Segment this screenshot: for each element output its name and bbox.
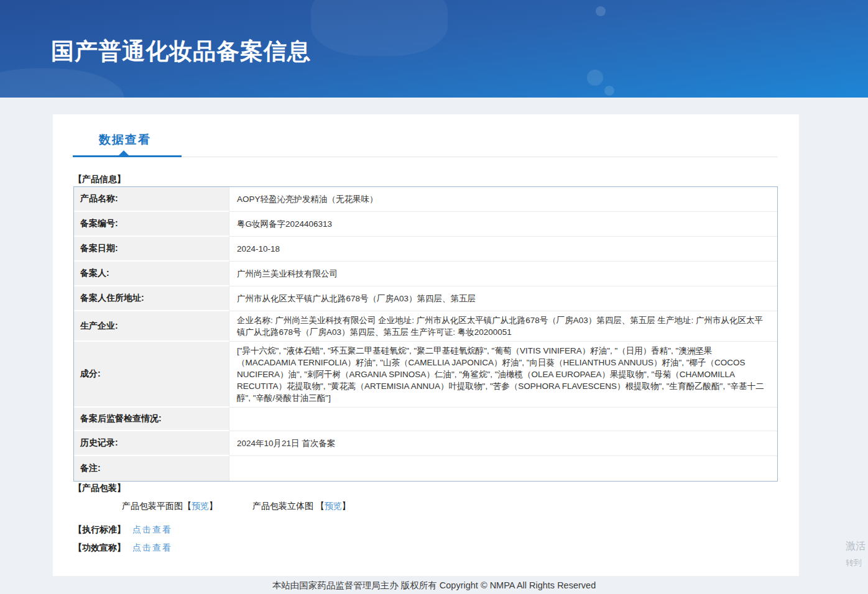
efficacy-click-view-link[interactable]: 点击查看 [132, 542, 172, 552]
packaging-flat-item: 产品包装平面图【预览】 [122, 501, 218, 512]
packaging-stereo-label: 产品包装立体图 [252, 501, 316, 511]
row-label: 备案日期: [74, 237, 229, 262]
row-label: 生产企业: [74, 311, 229, 342]
decor-bubble [587, 70, 603, 86]
row-label: 备案后监督检查情况: [74, 408, 229, 431]
row-value [229, 408, 777, 431]
bracket-open: 【 [316, 501, 325, 511]
tab-data-view[interactable]: 数据查看 [99, 132, 151, 148]
table-row: 备案后监督检查情况: [74, 408, 777, 431]
row-value [229, 456, 777, 481]
page-title: 国产普通化妆品备案信息 [51, 36, 311, 67]
row-label: 历史记录: [74, 431, 229, 456]
standard-click-view-link[interactable]: 点击查看 [132, 524, 172, 534]
packaging-flat-preview-link[interactable]: 预览 [192, 501, 209, 511]
windows-activation-watermark: 激活 转到 [846, 540, 866, 569]
efficacy-row: 【功效宣称】 点击查看 [73, 542, 172, 554]
row-value: 2024年10月21日 首次备案 [229, 431, 777, 456]
page-header-banner: 国产普通化妆品备案信息 [0, 0, 868, 98]
table-row: 备案编号: 粤G妆网备字2024406313 [74, 212, 777, 237]
row-value: 企业名称: 广州尚兰美业科技有限公司 企业地址: 广州市从化区太平镇广从北路67… [229, 311, 777, 342]
decor-bubble [0, 68, 124, 98]
watermark-line2: 转到 [846, 557, 866, 569]
bracket-open: 【 [183, 501, 192, 511]
bracket-close: 】 [342, 501, 351, 511]
row-value: 广州市从化区太平镇广从北路678号（厂房A03）第四层、第五层 [229, 286, 777, 311]
footer-copyright: 本站由国家药品监督管理局主办 版权所有 Copyright © NMPA All… [0, 580, 868, 592]
table-row: 备案人住所地址: 广州市从化区太平镇广从北路678号（厂房A03）第四层、第五层 [74, 286, 777, 311]
tab-caret-icon [118, 150, 129, 156]
row-label: 备注: [74, 456, 229, 481]
table-row: 生产企业: 企业名称: 广州尚兰美业科技有限公司 企业地址: 广州市从化区太平镇… [74, 311, 777, 342]
row-label: 备案人: [74, 262, 229, 286]
packaging-stereo-item: 产品包装立体图 【预览】 [252, 501, 351, 512]
row-label: 备案编号: [74, 212, 229, 237]
row-value: 2024-10-18 [229, 237, 777, 262]
packaging-stereo-preview-link[interactable]: 预览 [325, 501, 342, 511]
row-value: AOPY轻盈沁亮护发精油（无花果味） [229, 187, 777, 212]
row-value: 广州尚兰美业科技有限公司 [229, 262, 777, 286]
watermark-line1: 激活 [846, 540, 866, 553]
section-product-info-heading: 【产品信息】 [73, 174, 126, 185]
table-row: 成分: ["异十六烷", "液体石蜡", "环五聚二甲基硅氧烷", "聚二甲基硅… [74, 342, 777, 408]
row-value: 粤G妆网备字2024406313 [229, 212, 777, 237]
table-row: 备案日期: 2024-10-18 [74, 237, 777, 262]
decor-bubble [596, 6, 606, 16]
section-efficacy-heading: 【功效宣称】 [73, 542, 126, 552]
row-value: ["异十六烷", "液体石蜡", "环五聚二甲基硅氧烷", "聚二甲基硅氧烷醇"… [229, 342, 777, 408]
table-row: 备案人: 广州尚兰美业科技有限公司 [74, 262, 777, 286]
packaging-links-row: 产品包装平面图【预览】 产品包装立体图 【预览】 [122, 501, 351, 512]
section-packaging-heading: 【产品包装】 [73, 483, 126, 494]
content-card: 数据查看 【产品信息】 产品名称: AOPY轻盈沁亮护发精油（无花果味） 备案编… [53, 114, 799, 576]
table-row: 历史记录: 2024年10月21日 首次备案 [74, 431, 777, 456]
product-info-table: 产品名称: AOPY轻盈沁亮护发精油（无花果味） 备案编号: 粤G妆网备字202… [73, 186, 778, 482]
decor-bubble [604, 86, 614, 96]
row-label: 产品名称: [74, 187, 229, 212]
packaging-flat-label: 产品包装平面图 [122, 501, 183, 511]
table-row: 产品名称: AOPY轻盈沁亮护发精油（无花果味） [74, 187, 777, 212]
decor-bubble [311, 0, 448, 56]
row-label: 成分: [74, 342, 229, 408]
standard-row: 【执行标准】 点击查看 [73, 524, 172, 536]
table-row: 备注: [74, 456, 777, 481]
row-label: 备案人住所地址: [74, 286, 229, 311]
bracket-close: 】 [209, 501, 218, 511]
section-standard-heading: 【执行标准】 [73, 524, 126, 534]
